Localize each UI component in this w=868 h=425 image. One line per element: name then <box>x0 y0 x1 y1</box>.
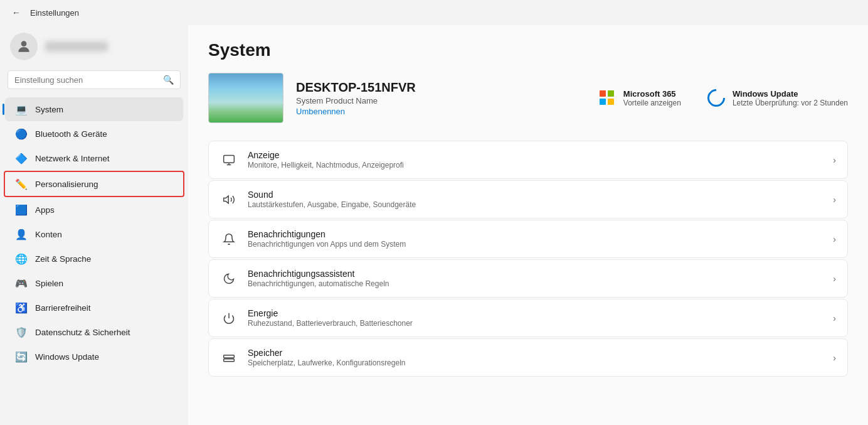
sound-desc: Lautstärkestufen, Ausgabe, Eingabe, Soun… <box>248 200 823 209</box>
update-icon: 🔄 <box>15 350 28 363</box>
notifications-icon <box>220 230 238 248</box>
svg-marker-4 <box>224 196 229 203</box>
network-icon: 🔷 <box>15 152 28 164</box>
user-section <box>0 25 188 70</box>
settings-item-storage[interactable]: SpeicherSpeicherplatz, Laufwerke, Konfig… <box>208 338 848 377</box>
personalization-icon: ✏️ <box>15 178 28 190</box>
bluetooth-icon: 🔵 <box>15 127 28 140</box>
notification_assistant-text: BenachrichtigungsassistentBenachrichtigu… <box>248 269 823 288</box>
chevron-right-icon: › <box>833 234 836 244</box>
power-icon <box>220 309 238 327</box>
avatar <box>10 33 38 60</box>
sound-text: SoundLautstärkestufen, Ausgabe, Eingabe,… <box>248 190 823 209</box>
display-text: AnzeigeMonitore, Helligkeit, Nachtmodus,… <box>248 150 823 169</box>
ms365-link[interactable]: Microsoft 365 Vorteile anzeigen <box>597 88 681 108</box>
sidebar-label-bluetooth: Bluetooth & Geräte <box>35 129 107 139</box>
sidebar-label-network: Netzwerk & Internet <box>35 154 110 163</box>
sidebar-label-time: Zeit & Sprache <box>35 254 91 264</box>
storage-text: SpeicherSpeicherplatz, Laufwerke, Konfig… <box>248 348 823 367</box>
privacy-icon: 🛡️ <box>15 326 28 338</box>
page-title: System <box>208 40 848 60</box>
ms365-icon <box>597 88 617 108</box>
chevron-right-icon: › <box>833 313 836 323</box>
ms365-text: Microsoft 365 Vorteile anzeigen <box>623 89 681 107</box>
power-text: EnergieRuhezustand, Batterieverbrauch, B… <box>248 308 823 328</box>
nav-list: 💻System🔵Bluetooth & Geräte🔷Netzwerk & In… <box>0 97 188 369</box>
ms365-sub: Vorteile anzeigen <box>623 99 681 107</box>
notifications-title: Benachrichtigungen <box>248 229 823 239</box>
sidebar-label-update: Windows Update <box>35 352 99 362</box>
update-icon <box>706 88 726 108</box>
chevron-right-icon: › <box>833 353 836 363</box>
storage-title: Speicher <box>248 348 823 358</box>
system-icon: 💻 <box>15 103 28 116</box>
svg-point-0 <box>21 41 27 46</box>
search-box[interactable]: 🔍 <box>8 70 181 89</box>
display-desc: Monitore, Helligkeit, Nachtmodus, Anzeig… <box>248 161 823 169</box>
chevron-right-icon: › <box>833 274 836 284</box>
sidebar-item-accounts[interactable]: 👤Konten <box>5 222 183 246</box>
quick-links: Microsoft 365 Vorteile anzeigen Windows … <box>597 88 848 108</box>
svg-rect-6 <box>224 355 235 357</box>
settings-item-notification_assistant[interactable]: BenachrichtigungsassistentBenachrichtigu… <box>208 259 848 298</box>
settings-item-sound[interactable]: SoundLautstärkestufen, Ausgabe, Eingabe,… <box>208 180 848 218</box>
settings-item-power[interactable]: EnergieRuhezustand, Batterieverbrauch, B… <box>208 299 848 337</box>
search-input[interactable] <box>14 75 159 85</box>
titlebar: ← Einstellungen <box>0 0 868 25</box>
sidebar-item-gaming[interactable]: 🎮Spielen <box>5 271 183 295</box>
app-body: 🔍 💻System🔵Bluetooth & Geräte🔷Netzwerk & … <box>0 25 868 425</box>
chevron-right-icon: › <box>833 155 836 165</box>
sound-icon <box>220 191 238 208</box>
user-name <box>45 41 108 51</box>
sidebar-item-time[interactable]: 🌐Zeit & Sprache <box>5 247 183 271</box>
display-title: Anzeige <box>248 150 823 160</box>
power-title: Energie <box>248 308 823 318</box>
sidebar-item-update[interactable]: 🔄Windows Update <box>5 345 183 369</box>
sidebar-label-accessibility: Barrierefreiheit <box>35 303 91 313</box>
time-icon: 🌐 <box>15 252 28 265</box>
settings-item-display[interactable]: AnzeigeMonitore, Helligkeit, Nachtmodus,… <box>208 141 848 179</box>
sidebar-label-gaming: Spielen <box>35 279 63 288</box>
sidebar-item-bluetooth[interactable]: 🔵Bluetooth & Geräte <box>5 122 183 146</box>
device-image <box>208 73 283 123</box>
svg-rect-7 <box>224 358 235 361</box>
sidebar-label-privacy: Datenschutz & Sicherheit <box>35 328 130 337</box>
sidebar-label-accounts: Konten <box>35 230 62 239</box>
settings-item-notifications[interactable]: BenachrichtigungenBenachrichtigungen von… <box>208 220 848 258</box>
ms365-label: Microsoft 365 <box>623 89 681 99</box>
device-name: DESKTOP-151NFVR <box>296 80 585 95</box>
device-card: DESKTOP-151NFVR System Product Name Umbe… <box>208 73 848 128</box>
svg-rect-1 <box>224 155 235 163</box>
sidebar-label-apps: Apps <box>35 205 55 215</box>
device-info: DESKTOP-151NFVR System Product Name Umbe… <box>296 80 585 116</box>
sidebar-item-network[interactable]: 🔷Netzwerk & Internet <box>5 146 183 170</box>
gaming-icon: 🎮 <box>15 277 28 289</box>
sidebar-item-privacy[interactable]: 🛡️Datenschutz & Sicherheit <box>5 320 183 344</box>
windows-update-text: Windows Update Letzte Überprüfung: vor 2… <box>733 89 848 107</box>
storage-desc: Speicherplatz, Laufwerke, Konfigurations… <box>248 358 823 367</box>
apps-icon: 🟦 <box>15 203 28 216</box>
sidebar-item-accessibility[interactable]: ♿Barrierefreiheit <box>5 296 183 320</box>
display-icon <box>220 151 238 169</box>
windows-update-label: Windows Update <box>733 89 848 99</box>
power-desc: Ruhezustand, Batterieverbrauch, Batterie… <box>248 319 823 328</box>
back-button[interactable]: ← <box>8 4 25 21</box>
sidebar-item-personalization[interactable]: ✏️Personalisierung <box>4 171 184 197</box>
notification_assistant-title: Benachrichtigungsassistent <box>248 269 823 279</box>
main-content: System DESKTOP-151NFVR System Product Na… <box>188 25 868 425</box>
windows-update-link[interactable]: Windows Update Letzte Überprüfung: vor 2… <box>706 88 848 108</box>
accessibility-icon: ♿ <box>15 301 28 314</box>
windows-update-sub: Letzte Überprüfung: vor 2 Stunden <box>733 99 848 107</box>
device-rename-link[interactable]: Umbenennen <box>296 107 585 116</box>
sidebar-item-apps[interactable]: 🟦Apps <box>5 198 183 222</box>
search-icon: 🔍 <box>163 75 174 85</box>
titlebar-title: Einstellungen <box>30 8 79 18</box>
notification_assistant-desc: Benachrichtigungen, automatische Regeln <box>248 279 823 288</box>
notification_assistant-icon <box>220 270 238 288</box>
chevron-right-icon: › <box>833 195 836 205</box>
sidebar-item-system[interactable]: 💻System <box>5 97 183 121</box>
sound-title: Sound <box>248 190 823 200</box>
accounts-icon: 👤 <box>15 228 28 240</box>
sidebar-label-system: System <box>35 105 63 114</box>
device-model: System Product Name <box>296 96 585 105</box>
